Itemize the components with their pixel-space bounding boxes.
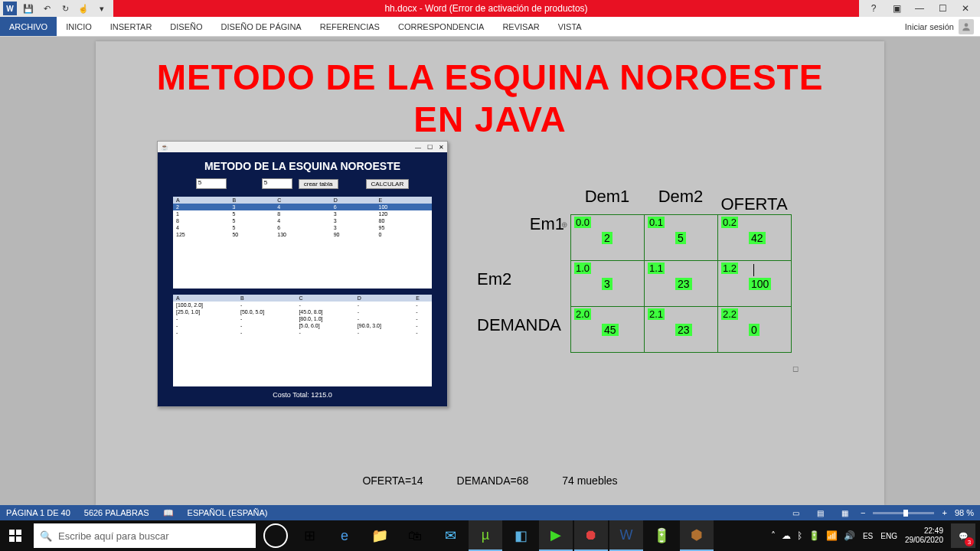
utorrent-icon[interactable]: µ <box>469 520 502 551</box>
table-row: --[5.0, 6.0][90.0, 3.0]- <box>173 322 432 329</box>
demanda-text: DEMANDA=68 <box>457 474 529 487</box>
tab-diseno-pagina[interactable]: DISEÑO DE PÁGINA <box>212 17 311 36</box>
tab-revisar[interactable]: REVISAR <box>493 17 548 36</box>
tray-cloud-icon[interactable]: ☁ <box>782 530 791 541</box>
page-title-line1: METODO DE LA ESQUINA NOROESTE <box>126 57 854 99</box>
app-icon-1[interactable]: ◧ <box>504 520 537 551</box>
tray-lang2[interactable]: ENG <box>880 532 897 540</box>
edge-icon[interactable]: e <box>328 520 361 551</box>
matrix-col-oferta: OFERTA <box>717 187 791 214</box>
save-icon[interactable]: 💾 <box>21 2 35 15</box>
tray-battery-icon[interactable]: 🔋 <box>808 530 820 541</box>
java-table-2: ABCDE [100.0, 2.0]---- [25.0, 1.0][50.0,… <box>173 295 432 336</box>
tab-diseno[interactable]: DISEÑO <box>161 17 211 36</box>
undo-icon[interactable]: ↶ <box>40 2 54 15</box>
signin-label: Iniciar sesión <box>905 22 954 31</box>
search-icon: 🔍 <box>40 530 52 542</box>
start-button[interactable] <box>0 520 31 551</box>
table-row: --[80.0, 1.0]-- <box>173 315 432 322</box>
explorer-icon[interactable]: 📁 <box>363 520 397 551</box>
minimize-icon[interactable]: — <box>913 3 926 14</box>
taskview-icon[interactable]: ⊞ <box>292 520 326 551</box>
system-tray: ˄ ☁ ᛒ 🔋 📶 🔊 ES ENG 22:49 29/06/2020 💬 3 <box>771 523 980 548</box>
matrix-row-em1: Em1 <box>479 214 570 234</box>
java-close-icon: ✕ <box>439 144 444 151</box>
table-row: 854380 <box>173 217 432 224</box>
status-words[interactable]: 5626 PALABRAS <box>84 508 149 517</box>
tray-volume-icon[interactable]: 🔊 <box>844 530 855 541</box>
java-maximize-icon: ☐ <box>427 144 433 151</box>
text-cursor <box>753 264 754 276</box>
matrix-cell: 2.123 <box>645 307 718 353</box>
tab-correspondencia[interactable]: CORRESPONDENCIA <box>389 17 493 36</box>
battery-icon[interactable]: 🔋 <box>645 520 678 551</box>
tray-up-icon[interactable]: ˄ <box>771 530 776 541</box>
close-icon[interactable]: ✕ <box>959 3 972 14</box>
java-cost-label: Costo Total: 1215.0 <box>173 391 432 399</box>
help-icon[interactable]: ? <box>867 3 880 14</box>
document-title: hh.docx - Word (Error de activación de p… <box>113 0 859 17</box>
status-page[interactable]: PÁGINA 1 DE 40 <box>6 508 70 517</box>
titlebar: W 💾 ↶ ↻ ☝ ▾ hh.docx - Word (Error de act… <box>0 0 980 17</box>
zoom-out-icon[interactable]: − <box>861 508 865 517</box>
matrix-cell: 2.045 <box>571 307 645 353</box>
page[interactable]: METODO DE LA ESQUINA NOROESTE EN JAVA ☕ … <box>96 41 884 505</box>
taskbar: 🔍 Escribe aquí para buscar ⊞ e 📁 🛍 ✉ µ ◧… <box>0 520 980 551</box>
tray-lang1[interactable]: ES <box>863 532 873 540</box>
app-icon-2[interactable]: ▶ <box>539 520 573 551</box>
svg-rect-4 <box>16 536 21 542</box>
netbeans-icon[interactable]: ⬢ <box>680 520 714 551</box>
matrix-row-em2: Em2 <box>477 269 518 289</box>
word-logo-icon: W <box>3 2 17 15</box>
matrix-cell: 0.242 <box>718 215 792 261</box>
java-input-cols: 5 <box>262 178 292 189</box>
java-heading: METODO DE LA ESQUINA NOROESTE <box>173 160 432 172</box>
status-lang[interactable]: ESPAÑOL (ESPAÑA) <box>188 508 268 517</box>
word-taskbar-icon[interactable]: W <box>609 520 643 551</box>
tab-inicio[interactable]: INICIO <box>57 17 101 36</box>
java-app-icon: ☕ <box>161 144 168 151</box>
zoom-level[interactable]: 98 % <box>955 508 974 517</box>
clock[interactable]: 22:49 29/06/2020 <box>905 527 943 545</box>
svg-rect-2 <box>16 530 21 535</box>
tab-file[interactable]: ARCHIVO <box>0 17 57 36</box>
matrix-cell: 1.03 <box>571 261 645 307</box>
touch-icon[interactable]: ☝ <box>77 2 90 15</box>
recorder-icon[interactable]: ⏺ <box>574 520 608 551</box>
zoom-slider[interactable] <box>873 512 934 514</box>
cortana-icon[interactable] <box>263 523 288 548</box>
java-create-button: crear tabla <box>299 179 338 189</box>
java-input-rows: 5 <box>196 178 227 189</box>
search-placeholder: Escribe aquí para buscar <box>58 530 169 542</box>
notifications-icon[interactable]: 💬 3 <box>951 523 975 548</box>
matrix-cell: 1.2100 <box>718 261 792 307</box>
ribbon-options-icon[interactable]: ▣ <box>890 3 903 14</box>
tab-insertar[interactable]: INSERTAR <box>101 17 162 36</box>
tray-wifi-icon[interactable]: 📶 <box>826 530 838 541</box>
matrix-grid: 0.02 0.15 0.242 1.03 1.123 1.2100 2.045 … <box>570 214 792 353</box>
qat-dropdown-icon[interactable]: ▾ <box>95 2 109 15</box>
matrix-cell: 2.20 <box>718 307 792 353</box>
zoom-in-icon[interactable]: + <box>942 508 946 517</box>
tab-referencias[interactable]: REFERENCIAS <box>311 17 389 36</box>
status-spellcheck-icon[interactable]: 📖 <box>163 508 174 518</box>
avatar-icon <box>959 19 974 34</box>
view-print-icon[interactable]: ▤ <box>812 507 828 519</box>
view-read-icon[interactable]: ▭ <box>787 507 804 519</box>
matrix-col-dem1: Dem1 <box>570 187 644 214</box>
mail-icon[interactable]: ✉ <box>433 520 467 551</box>
view-web-icon[interactable]: ▦ <box>836 507 853 519</box>
svg-rect-3 <box>9 536 15 542</box>
maximize-icon[interactable]: ☐ <box>936 3 949 14</box>
search-input[interactable]: 🔍 Escribe aquí para buscar <box>34 523 256 548</box>
ribbon-signin[interactable]: Iniciar sesión <box>905 17 980 36</box>
table-row: 2346100 <box>173 204 432 210</box>
tab-vista[interactable]: VISTA <box>549 17 591 36</box>
java-table-1: ABCDE 2346100 1583120 854380 456395 1255… <box>173 197 432 238</box>
table-row: [25.0, 1.0][50.0, 5.0][45.0, 8.0]-- <box>173 308 432 315</box>
java-titlebar: ☕ — ☐ ✕ <box>158 142 447 152</box>
tray-bluetooth-icon[interactable]: ᛒ <box>797 530 802 541</box>
muebles-text: 74 muebles <box>562 474 617 487</box>
redo-icon[interactable]: ↻ <box>58 2 72 15</box>
store-icon[interactable]: 🛍 <box>398 520 432 551</box>
